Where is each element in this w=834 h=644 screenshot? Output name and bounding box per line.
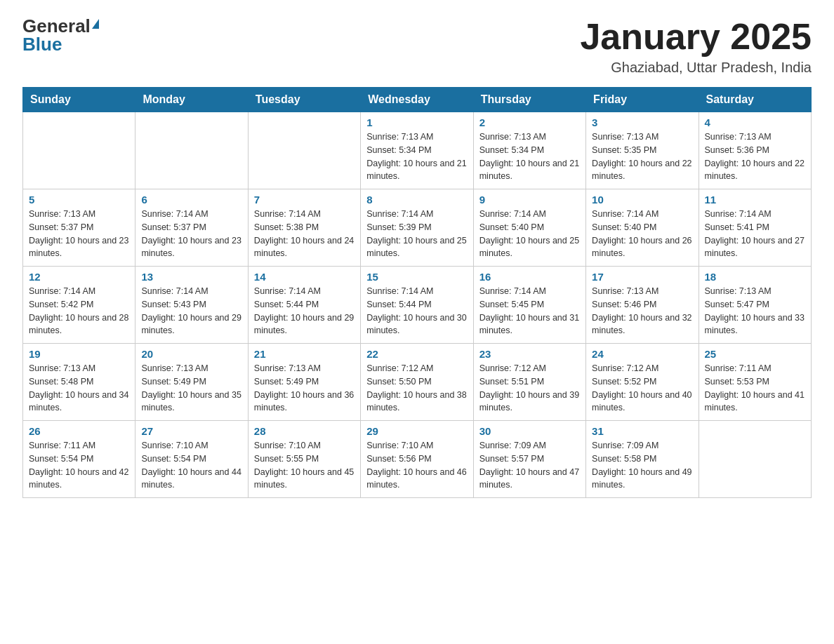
day-number: 27 (141, 425, 241, 437)
calendar-header: SundayMondayTuesdayWednesdayThursdayFrid… (23, 88, 812, 112)
weekday-header-tuesday: Tuesday (248, 88, 360, 112)
day-number: 20 (141, 348, 241, 360)
day-number: 4 (705, 116, 805, 128)
day-info: Sunrise: 7:13 AM Sunset: 5:46 PM Dayligh… (592, 285, 692, 337)
calendar-cell: 25Sunrise: 7:11 AM Sunset: 5:53 PM Dayli… (699, 344, 811, 421)
calendar-cell (23, 112, 135, 189)
title-section: January 2025 Ghaziabad, Uttar Pradesh, I… (580, 17, 812, 76)
calendar-cell: 4Sunrise: 7:13 AM Sunset: 5:36 PM Daylig… (699, 112, 811, 189)
calendar-cell: 7Sunrise: 7:14 AM Sunset: 5:38 PM Daylig… (248, 189, 360, 267)
day-info: Sunrise: 7:10 AM Sunset: 5:55 PM Dayligh… (254, 439, 355, 492)
calendar-cell: 5Sunrise: 7:13 AM Sunset: 5:37 PM Daylig… (23, 189, 135, 267)
weekday-header-friday: Friday (586, 88, 699, 112)
calendar-cell: 29Sunrise: 7:10 AM Sunset: 5:56 PM Dayli… (361, 421, 473, 498)
day-number: 24 (592, 348, 692, 360)
logo: General Blue (22, 17, 99, 53)
calendar-cell: 18Sunrise: 7:13 AM Sunset: 5:47 PM Dayli… (699, 267, 811, 344)
calendar-cell: 17Sunrise: 7:13 AM Sunset: 5:46 PM Dayli… (586, 267, 699, 344)
calendar-cell: 1Sunrise: 7:13 AM Sunset: 5:34 PM Daylig… (361, 112, 473, 189)
calendar-cell: 26Sunrise: 7:11 AM Sunset: 5:54 PM Dayli… (23, 421, 135, 498)
weekday-header-monday: Monday (135, 88, 248, 112)
calendar-cell: 27Sunrise: 7:10 AM Sunset: 5:54 PM Dayli… (135, 421, 248, 498)
day-info: Sunrise: 7:13 AM Sunset: 5:37 PM Dayligh… (29, 208, 129, 260)
day-number: 31 (592, 425, 692, 437)
day-number: 6 (141, 194, 241, 206)
day-info: Sunrise: 7:14 AM Sunset: 5:43 PM Dayligh… (141, 285, 241, 337)
calendar-cell: 19Sunrise: 7:13 AM Sunset: 5:48 PM Dayli… (23, 344, 135, 421)
logo-blue-text: Blue (22, 35, 62, 53)
day-number: 29 (366, 425, 467, 437)
calendar-cell (135, 112, 248, 189)
day-number: 7 (254, 194, 355, 206)
day-number: 17 (592, 271, 692, 283)
logo-general-text: General (22, 17, 91, 35)
day-number: 19 (29, 348, 129, 360)
day-number: 13 (141, 271, 241, 283)
calendar-cell: 12Sunrise: 7:14 AM Sunset: 5:42 PM Dayli… (23, 267, 135, 344)
calendar-cell: 3Sunrise: 7:13 AM Sunset: 5:35 PM Daylig… (586, 112, 699, 189)
day-info: Sunrise: 7:11 AM Sunset: 5:53 PM Dayligh… (705, 362, 805, 415)
day-info: Sunrise: 7:13 AM Sunset: 5:48 PM Dayligh… (29, 362, 129, 415)
day-info: Sunrise: 7:09 AM Sunset: 5:58 PM Dayligh… (592, 439, 692, 492)
calendar-cell: 6Sunrise: 7:14 AM Sunset: 5:37 PM Daylig… (135, 189, 248, 267)
day-number: 14 (254, 271, 355, 283)
calendar-cell: 30Sunrise: 7:09 AM Sunset: 5:57 PM Dayli… (473, 421, 585, 498)
day-number: 8 (366, 194, 467, 206)
day-number: 23 (479, 348, 580, 360)
day-number: 2 (479, 116, 580, 128)
day-info: Sunrise: 7:14 AM Sunset: 5:44 PM Dayligh… (366, 285, 467, 337)
calendar-cell: 2Sunrise: 7:13 AM Sunset: 5:34 PM Daylig… (473, 112, 585, 189)
day-number: 3 (592, 116, 692, 128)
day-number: 15 (366, 271, 467, 283)
day-info: Sunrise: 7:14 AM Sunset: 5:38 PM Dayligh… (254, 208, 355, 260)
day-number: 16 (479, 271, 580, 283)
day-info: Sunrise: 7:14 AM Sunset: 5:40 PM Dayligh… (592, 208, 692, 260)
day-number: 22 (366, 348, 467, 360)
calendar-week-1: 1Sunrise: 7:13 AM Sunset: 5:34 PM Daylig… (23, 112, 812, 189)
weekday-header-saturday: Saturday (699, 88, 811, 112)
calendar-cell: 31Sunrise: 7:09 AM Sunset: 5:58 PM Dayli… (586, 421, 699, 498)
day-number: 30 (479, 425, 580, 437)
calendar-cell: 24Sunrise: 7:12 AM Sunset: 5:52 PM Dayli… (586, 344, 699, 421)
calendar-cell: 15Sunrise: 7:14 AM Sunset: 5:44 PM Dayli… (361, 267, 473, 344)
calendar-table: SundayMondayTuesdayWednesdayThursdayFrid… (22, 87, 812, 498)
day-info: Sunrise: 7:14 AM Sunset: 5:39 PM Dayligh… (366, 208, 467, 260)
day-info: Sunrise: 7:14 AM Sunset: 5:44 PM Dayligh… (254, 285, 355, 337)
calendar-cell: 14Sunrise: 7:14 AM Sunset: 5:44 PM Dayli… (248, 267, 360, 344)
weekday-header-row: SundayMondayTuesdayWednesdayThursdayFrid… (23, 88, 812, 112)
day-number: 10 (592, 194, 692, 206)
day-info: Sunrise: 7:13 AM Sunset: 5:34 PM Dayligh… (479, 130, 580, 183)
day-info: Sunrise: 7:13 AM Sunset: 5:36 PM Dayligh… (705, 130, 805, 183)
calendar-body: 1Sunrise: 7:13 AM Sunset: 5:34 PM Daylig… (23, 112, 812, 498)
day-info: Sunrise: 7:14 AM Sunset: 5:41 PM Dayligh… (705, 208, 805, 260)
calendar-cell: 8Sunrise: 7:14 AM Sunset: 5:39 PM Daylig… (361, 189, 473, 267)
day-info: Sunrise: 7:12 AM Sunset: 5:52 PM Dayligh… (592, 362, 692, 415)
weekday-header-wednesday: Wednesday (361, 88, 473, 112)
day-number: 12 (29, 271, 129, 283)
calendar-cell: 22Sunrise: 7:12 AM Sunset: 5:50 PM Dayli… (361, 344, 473, 421)
day-info: Sunrise: 7:12 AM Sunset: 5:51 PM Dayligh… (479, 362, 580, 415)
page-header: General Blue January 2025 Ghaziabad, Utt… (22, 17, 812, 76)
day-number: 18 (705, 271, 805, 283)
day-info: Sunrise: 7:13 AM Sunset: 5:35 PM Dayligh… (592, 130, 692, 183)
calendar-week-4: 19Sunrise: 7:13 AM Sunset: 5:48 PM Dayli… (23, 344, 812, 421)
day-info: Sunrise: 7:14 AM Sunset: 5:37 PM Dayligh… (141, 208, 241, 260)
day-info: Sunrise: 7:09 AM Sunset: 5:57 PM Dayligh… (479, 439, 580, 492)
day-info: Sunrise: 7:14 AM Sunset: 5:45 PM Dayligh… (479, 285, 580, 337)
day-info: Sunrise: 7:13 AM Sunset: 5:34 PM Dayligh… (366, 130, 467, 183)
calendar-cell: 23Sunrise: 7:12 AM Sunset: 5:51 PM Dayli… (473, 344, 585, 421)
day-info: Sunrise: 7:13 AM Sunset: 5:49 PM Dayligh… (254, 362, 355, 415)
day-info: Sunrise: 7:11 AM Sunset: 5:54 PM Dayligh… (29, 439, 129, 492)
calendar-week-2: 5Sunrise: 7:13 AM Sunset: 5:37 PM Daylig… (23, 189, 812, 267)
month-title: January 2025 (580, 17, 812, 57)
day-info: Sunrise: 7:10 AM Sunset: 5:56 PM Dayligh… (366, 439, 467, 492)
day-number: 25 (705, 348, 805, 360)
calendar-cell: 21Sunrise: 7:13 AM Sunset: 5:49 PM Dayli… (248, 344, 360, 421)
day-number: 1 (366, 116, 467, 128)
calendar-cell (699, 421, 811, 498)
weekday-header-sunday: Sunday (23, 88, 135, 112)
calendar-cell: 13Sunrise: 7:14 AM Sunset: 5:43 PM Dayli… (135, 267, 248, 344)
day-number: 9 (479, 194, 580, 206)
logo-triangle-icon (92, 19, 99, 29)
calendar-cell: 9Sunrise: 7:14 AM Sunset: 5:40 PM Daylig… (473, 189, 585, 267)
